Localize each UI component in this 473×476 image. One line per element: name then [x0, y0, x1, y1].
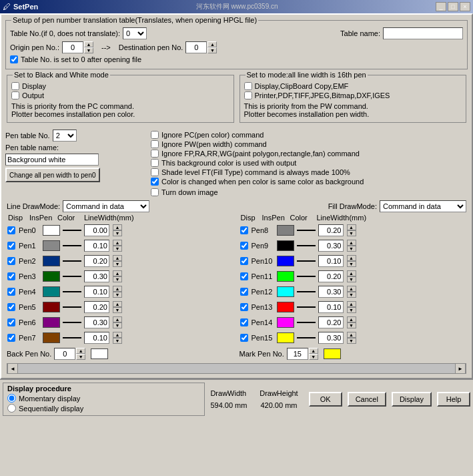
- right-pen-lw-input-3[interactable]: [318, 270, 344, 282]
- origin-pen-spinner[interactable]: ▲ ▼: [62, 41, 93, 53]
- pen-checkbox-1[interactable]: [151, 140, 159, 148]
- left-pen-disp-cb-4[interactable]: [7, 288, 16, 296]
- origin-pen-input[interactable]: [62, 41, 83, 53]
- right-pen-lw-input-7[interactable]: [318, 332, 344, 344]
- right-pen-lw-input-5[interactable]: [318, 301, 344, 313]
- left-pen-lw-input-0[interactable]: [84, 224, 109, 236]
- right-pen-lw-down-4[interactable]: ▼: [347, 292, 356, 298]
- ok-button[interactable]: OK: [309, 392, 342, 407]
- left-pen-lw-up-0[interactable]: ▲: [113, 224, 122, 230]
- left-pen-lw-input-2[interactable]: [84, 255, 109, 267]
- left-pen-lw-down-0[interactable]: ▼: [113, 230, 122, 236]
- left-pen-color-5[interactable]: [43, 302, 60, 312]
- left-pen-disp-cb-2[interactable]: [7, 257, 16, 265]
- right-pen-color-3[interactable]: [277, 271, 294, 282]
- left-pen-color-7[interactable]: [43, 332, 60, 343]
- right-pen-color-1[interactable]: [277, 240, 294, 251]
- right-pen-disp-cb-1[interactable]: [240, 242, 249, 250]
- left-pen-color-2[interactable]: [43, 256, 60, 266]
- help-button[interactable]: Help: [437, 392, 470, 407]
- dest-pen-down[interactable]: ▼: [207, 47, 217, 53]
- left-pen-lw-input-4[interactable]: [84, 286, 109, 298]
- right-pen-lw-down-5[interactable]: ▼: [347, 307, 356, 313]
- table-reset-checkbox[interactable]: [10, 55, 18, 63]
- right-pen-lw-up-2[interactable]: ▲: [347, 255, 356, 261]
- right-pen-lw-up-6[interactable]: ▲: [347, 316, 356, 322]
- left-pen-lw-down-5[interactable]: ▼: [113, 307, 122, 313]
- turn-down-image-checkbox[interactable]: [151, 188, 159, 196]
- right-pen-color-7[interactable]: [277, 332, 294, 343]
- right-pen-lw-down-7[interactable]: ▼: [347, 338, 356, 344]
- left-pen-lw-down-4[interactable]: ▼: [113, 292, 122, 298]
- right-pen-lw-up-5[interactable]: ▲: [347, 301, 356, 307]
- left-pen-lw-input-7[interactable]: [84, 332, 109, 344]
- line-drawmode-select[interactable]: Command in data All solid: [63, 200, 149, 212]
- right-pen-lw-input-0[interactable]: [318, 224, 344, 236]
- dest-pen-up[interactable]: ▲: [207, 41, 217, 47]
- close-button[interactable]: ×: [460, 2, 470, 11]
- origin-pen-down[interactable]: ▼: [84, 47, 93, 53]
- left-pen-lw-down-3[interactable]: ▼: [113, 276, 122, 282]
- pen-checkbox-3[interactable]: [151, 159, 159, 167]
- right-pen-lw-input-2[interactable]: [318, 255, 344, 267]
- left-pen-lw-input-6[interactable]: [84, 316, 109, 328]
- left-pen-disp-cb-1[interactable]: [7, 242, 16, 250]
- left-pen-lw-up-4[interactable]: ▲: [113, 286, 122, 292]
- horizontal-scrollbar[interactable]: ◄ ►: [7, 363, 466, 374]
- right-pen-lw-input-1[interactable]: [318, 240, 344, 252]
- fill-drawmode-select[interactable]: Command in data All solid: [380, 200, 466, 212]
- left-pen-lw-up-6[interactable]: ▲: [113, 316, 122, 322]
- table-no-select[interactable]: 012: [123, 27, 147, 39]
- back-pen-up[interactable]: ▲: [76, 348, 85, 354]
- right-pen-lw-up-0[interactable]: ▲: [347, 224, 356, 230]
- left-pen-lw-down-2[interactable]: ▼: [113, 261, 122, 267]
- right-pen-lw-up-1[interactable]: ▲: [347, 240, 356, 246]
- right-pen-disp-cb-6[interactable]: [240, 318, 249, 326]
- right-pen-lw-up-7[interactable]: ▲: [347, 332, 356, 338]
- minimize-button[interactable]: _: [436, 2, 446, 11]
- pen-checkbox-5[interactable]: [151, 178, 159, 186]
- right-pen-color-4[interactable]: [277, 286, 294, 297]
- table-name-input[interactable]: [383, 27, 463, 39]
- left-pen-color-3[interactable]: [43, 271, 60, 282]
- left-pen-lw-down-1[interactable]: ▼: [113, 246, 122, 252]
- back-pen-input[interactable]: [54, 348, 75, 360]
- bw-display-checkbox[interactable]: [11, 82, 19, 90]
- left-pen-lw-input-3[interactable]: [84, 270, 109, 282]
- right-pen-lw-up-3[interactable]: ▲: [347, 270, 356, 276]
- mark-pen-spinner[interactable]: ▲ ▼: [287, 348, 318, 360]
- right-pen-disp-cb-5[interactable]: [240, 303, 249, 311]
- left-pen-color-4[interactable]: [43, 286, 60, 297]
- back-pen-down[interactable]: ▼: [76, 354, 85, 360]
- right-pen-color-6[interactable]: [277, 317, 294, 328]
- sequential-radio[interactable]: [7, 404, 16, 413]
- left-pen-color-6[interactable]: [43, 317, 60, 328]
- pen-checkbox-2[interactable]: [151, 150, 159, 158]
- left-pen-color-0[interactable]: [43, 225, 60, 236]
- back-pen-spinner[interactable]: ▲ ▼: [54, 348, 85, 360]
- left-pen-lw-up-1[interactable]: ▲: [113, 240, 122, 246]
- left-pen-disp-cb-7[interactable]: [7, 334, 16, 342]
- right-pen-lw-down-3[interactable]: ▼: [347, 276, 356, 282]
- right-pen-color-2[interactable]: [277, 256, 294, 266]
- linemode-printer-checkbox[interactable]: [244, 91, 252, 99]
- left-pen-disp-cb-5[interactable]: [7, 303, 16, 311]
- left-pen-lw-down-6[interactable]: ▼: [113, 322, 122, 328]
- scroll-track[interactable]: [18, 364, 455, 373]
- right-pen-lw-up-4[interactable]: ▲: [347, 286, 356, 292]
- right-pen-lw-down-1[interactable]: ▼: [347, 246, 356, 252]
- right-pen-lw-down-6[interactable]: ▼: [347, 322, 356, 328]
- right-pen-disp-cb-3[interactable]: [240, 272, 249, 280]
- mark-pen-input[interactable]: [287, 348, 308, 360]
- left-pen-lw-up-5[interactable]: ▲: [113, 301, 122, 307]
- origin-pen-up[interactable]: ▲: [84, 41, 93, 47]
- right-pen-lw-input-6[interactable]: [318, 316, 344, 328]
- left-pen-disp-cb-3[interactable]: [7, 272, 16, 280]
- right-pen-lw-down-2[interactable]: ▼: [347, 261, 356, 267]
- pen-checkbox-4[interactable]: [151, 168, 159, 176]
- left-pen-lw-up-7[interactable]: ▲: [113, 332, 122, 338]
- right-pen-disp-cb-2[interactable]: [240, 257, 249, 265]
- left-pen-color-1[interactable]: [43, 240, 60, 251]
- scroll-right-button[interactable]: ►: [455, 363, 466, 374]
- change-all-pen-button[interactable]: Change all pen width to pen0: [5, 168, 100, 182]
